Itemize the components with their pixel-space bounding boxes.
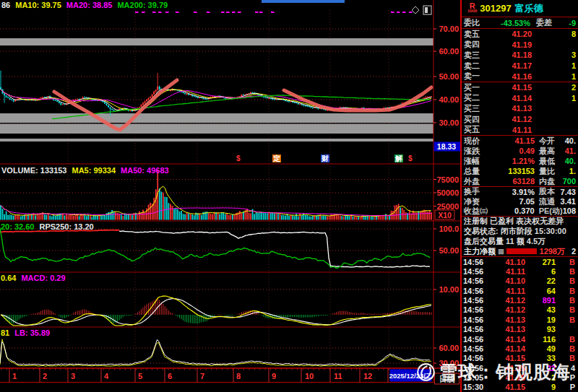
svg-text:日线: 日线 (439, 375, 455, 383)
tick-row: 14:56 41.11 6 B (462, 266, 578, 276)
stat-row: 收益㈢ 0.370 PE(动) 108 (462, 206, 578, 216)
bid-row[interactable]: 买四 41.12 (462, 114, 578, 125)
weibi-row: 委比 -43.53% 委差 -9 (462, 17, 578, 28)
main-force-value: 1298万 (540, 246, 565, 257)
event-marker-icon[interactable]: 解 (394, 154, 403, 162)
bid-row[interactable]: 买三 41.13 (462, 103, 578, 114)
svg-text:30.00: 30.00 (439, 118, 459, 127)
volume-header: VOLUME: 133153MA5: 99334MA50: 49683 (1, 166, 174, 175)
main-force-bar (506, 248, 537, 254)
event-marker-icon[interactable]: $ (407, 154, 413, 162)
ma-label: MA20: 38.85 (66, 1, 113, 9)
svg-text:40.00: 40.00 (439, 95, 459, 104)
ma-label: MA10: 39.75 (15, 1, 61, 9)
ask-row[interactable]: 卖四 41.19 (462, 40, 578, 51)
tick-row: 15:05 41.15 2 P (462, 373, 578, 382)
svg-text:25000: 25000 (436, 202, 459, 211)
stock-code: 301297 (480, 3, 511, 14)
weicha-label: 委差 (536, 17, 569, 28)
bid-row[interactable]: 买一 41.15 2 (462, 82, 578, 93)
svg-text:100.0: 100.0 (439, 225, 459, 233)
ask-queue: 卖五 41.20 8 卖四 41.19 卖三 41.18 3 卖二 41.17 … (462, 29, 578, 82)
ask-row[interactable]: 卖三 41.18 3 (462, 50, 578, 61)
main-force-extra: 2 (565, 247, 576, 256)
bid-queue: 买一 41.15 2 买二 41.14 1 买三 41.13 买四 41.12 … (462, 82, 578, 135)
stat-row: 外盘 63128 内盘 700 (462, 176, 578, 186)
svg-text:2025/12/23/二: 2025/12/23/二 (389, 372, 433, 380)
svg-text:75000: 75000 (436, 175, 459, 184)
ask-row[interactable]: 卖一 41.16 1 (462, 71, 578, 82)
rps250-line (119, 231, 430, 267)
main-force-row[interactable]: 主力净额 ▤ 1298万 2 (462, 246, 578, 256)
tick-list[interactable]: 14:56 41.10 271 B 14:56 41.11 6 B 14:56 … (462, 257, 578, 392)
volume-ma-label: VOLUME: 133153 (1, 166, 66, 175)
status-line: 注册制 已盈利 表决权无差异 (462, 217, 578, 227)
window-titlebar-fragment (262, 0, 345, 3)
lb-label: LB: 35.89 (14, 328, 50, 337)
tick-row: 14:56 41.10 22 B (462, 276, 578, 286)
svg-text:50.00: 50.00 (439, 72, 459, 81)
main-chart-ma-info: 86MA10: 39.75MA20: 38.85MA200: 39.79 (1, 1, 173, 9)
macd-label: 0.64 (1, 274, 16, 282)
event-marker-icon[interactable]: 定 (272, 154, 281, 162)
svg-text:4: 4 (104, 372, 109, 380)
event-marker-icon[interactable]: 财 (321, 154, 329, 162)
weibi-value: -43.53% (486, 19, 530, 27)
bid-row[interactable]: 买五 41.11 (462, 124, 578, 135)
tick-row: 14:56 41.11 64 B (462, 286, 578, 295)
svg-text:11: 11 (334, 372, 342, 380)
svg-text:2: 2 (43, 372, 47, 380)
tick-row: 14:56 41.12 891 B (462, 295, 578, 305)
macd-label: MACD: 0.29 (21, 274, 65, 282)
lb-white-line (0, 340, 430, 365)
trend-annotation-stroke (284, 87, 431, 110)
tick-row: 14:56 41.13 93 (462, 325, 578, 334)
svg-text:60.00: 60.00 (439, 47, 459, 56)
lb-yellow-line (0, 339, 431, 366)
stock-title[interactable]: R1000 301297 富乐德 (462, 0, 578, 17)
lb-header: 81LB: 35.89 (1, 328, 55, 337)
macd-histogram (1, 298, 431, 323)
svg-text:10: 10 (305, 372, 314, 380)
volume-ma-label: MA50: 49683 (121, 166, 169, 175)
tick-row: 14:56 41.12 43 B (462, 305, 578, 315)
svg-text:9: 9 (272, 372, 276, 380)
tick-row: 14:56 41.13 19 B (462, 315, 578, 324)
bid-row[interactable]: 买二 41.14 1 (462, 93, 578, 104)
margin-badge: R1000 (467, 4, 477, 13)
rps-label: 20: 32.60 (1, 222, 34, 231)
svg-text:50000: 50000 (436, 188, 459, 197)
diamond-icon[interactable] (412, 6, 419, 14)
svg-text:60.00: 60.00 (439, 344, 459, 352)
stat-row: 现价 41.15 今开 40. (462, 136, 578, 146)
lb-label: 81 (1, 328, 9, 337)
main-force-label: 主力净额 (464, 246, 496, 257)
price-stats: 现价 41.15 今开 40. 涨跌 0.49 最高 41. 涨幅 1.21% … (462, 136, 578, 186)
svg-text:1: 1 (12, 372, 17, 380)
svg-text:10.00: 10.00 (439, 285, 459, 294)
stock-name: 富乐德 (515, 2, 543, 15)
svg-text:70.00: 70.00 (439, 25, 459, 33)
macd-header: 0.64MACD: 0.29 (1, 274, 71, 282)
ask-row[interactable]: 卖五 41.20 8 (462, 29, 578, 40)
stat-row: 换手 3.91% 股本 7.43 (462, 187, 578, 196)
event-marker-icon[interactable]: $ (236, 154, 241, 162)
tick-row: 14:56 41.14 116 B (462, 334, 578, 344)
svg-text:6: 6 (168, 372, 172, 380)
svg-text:30.00: 30.00 (439, 359, 459, 367)
stat-row: 总量 133153 量比 1. (462, 166, 578, 176)
svg-text:7: 7 (200, 372, 204, 380)
rps120-line (0, 228, 430, 269)
volume-bars-layer (0, 170, 432, 219)
chart-region[interactable]: 12345678910111270.0060.0050.0040.0030.00… (0, 0, 461, 392)
rps-label: RPS250: 13.20 (39, 222, 93, 231)
volume-ma-label: MA5: 99334 (72, 166, 116, 175)
tick-row: 14:56 41.10 271 B (462, 257, 578, 266)
stat-row: 涨幅 1.21% 最低 40. (462, 156, 578, 166)
svg-text:18.33: 18.33 (437, 142, 456, 151)
ask-row[interactable]: 卖二 41.17 1 (462, 61, 578, 71)
rps-header: 20: 32.60RPS250: 13.20 (1, 222, 99, 231)
stat-row: 涨跌 0.49 最高 41. (462, 146, 578, 156)
svg-text:8: 8 (236, 372, 241, 380)
tick-row: 14:56 41.15 33 B (462, 354, 578, 363)
